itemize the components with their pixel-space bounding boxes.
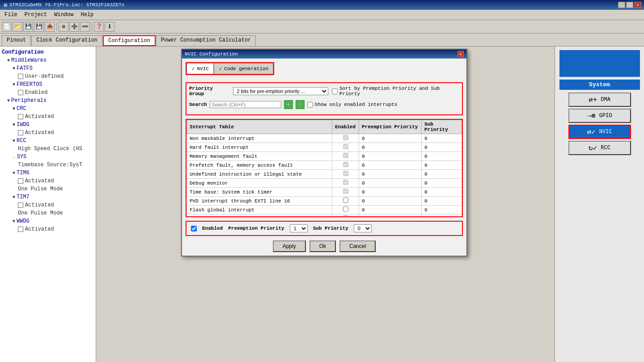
interrupt-enabled-checkbox[interactable] <box>343 144 348 149</box>
interrupt-enabled-cell[interactable] <box>332 161 359 170</box>
sidebar-item-wwdg-activated[interactable]: Activated <box>16 225 96 233</box>
toolbar-about[interactable]: ℹ <box>105 22 114 32</box>
sidebar-item-wwdg[interactable]: ▼WWDG <box>11 217 96 225</box>
sidebar-item-tim6[interactable]: ▼TIM6 <box>11 169 96 177</box>
interrupt-enabled-checkbox[interactable] <box>343 215 348 217</box>
right-panel: System ⇄+ DMA →⊛ GPIO ⇄✓ NVIC ↻✓ RCC <box>555 46 644 362</box>
interrupt-enabled-cell[interactable] <box>332 215 359 218</box>
expand-freertos-icon: ▼ <box>13 82 15 87</box>
table-row: RCC global interrupt00 <box>187 215 462 218</box>
interrupt-enabled-cell[interactable] <box>332 188 359 197</box>
sidebar-item-rcc[interactable]: ▼RCC <box>11 137 96 145</box>
cancel-button[interactable]: Cancel <box>339 240 376 252</box>
sidebar-item-fatfs[interactable]: ▼FATFS <box>11 64 96 72</box>
interrupt-enabled-checkbox[interactable] <box>343 162 348 167</box>
sidebar-item-freertos-enabled[interactable]: Enabled <box>16 88 96 97</box>
tab-configuration[interactable]: Configuration <box>103 35 156 46</box>
toolbar-new[interactable]: 📄 <box>2 22 12 32</box>
right-btn-dma[interactable]: ⇄+ DMA <box>568 93 631 107</box>
interrupt-enabled-checkbox[interactable] <box>343 198 348 203</box>
sidebar-item-tim7[interactable]: ▼TIM7 <box>11 193 96 201</box>
sidebar-section-configuration: Configuration <box>0 48 96 56</box>
interrupt-enabled-cell[interactable] <box>332 152 359 161</box>
sidebar-item-crc[interactable]: ▼CRC <box>11 105 96 113</box>
right-btn-gpio[interactable]: →⊛ GPIO <box>568 109 631 123</box>
freertos-enabled-checkbox[interactable] <box>18 90 23 95</box>
maximize-button[interactable]: □ <box>626 2 633 8</box>
sys-warning-icon: ⚠ <box>13 154 16 160</box>
interrupt-sub-cell: 0 <box>422 197 462 206</box>
menu-help[interactable]: Help <box>78 11 96 19</box>
toolbar-save[interactable]: 💾 <box>23 22 33 32</box>
interrupt-table: Interrupt Table Enabled Preemption Prior… <box>186 120 462 217</box>
sidebar-item-middlewares[interactable]: ▼MiddleWares <box>5 56 96 64</box>
bottom-preemption-select[interactable]: 1 0 2 3 <box>290 224 308 232</box>
sidebar-item-peripherals[interactable]: ▼Peripherals <box>5 97 96 105</box>
interrupt-enabled-checkbox[interactable] <box>343 171 348 176</box>
toolbar-generate[interactable]: ⚙ <box>59 22 68 32</box>
main-tabs: Pinout Clock Configuration Configuration… <box>0 34 644 46</box>
tim7-activated-checkbox[interactable] <box>18 202 23 208</box>
toolbar-add[interactable]: ➕ <box>69 22 79 32</box>
menu-window[interactable]: Window <box>51 11 76 19</box>
user-defined-checkbox[interactable] <box>18 74 23 79</box>
tab-pinout[interactable]: Pinout <box>2 35 31 46</box>
sidebar-item-sys[interactable]: ⚠SYS <box>11 153 96 161</box>
close-button[interactable]: ✕ <box>634 2 641 8</box>
interrupt-enabled-cell[interactable] <box>332 197 359 206</box>
iwdg-activated-checkbox[interactable] <box>18 130 23 135</box>
right-btn-nvic[interactable]: ⇄✓ NVIC <box>568 125 631 139</box>
tim6-activated-checkbox[interactable] <box>18 178 23 184</box>
priority-group-select[interactable]: 2 bits for pre-emption priority ... <box>233 87 328 95</box>
interrupt-enabled-cell[interactable] <box>332 143 359 152</box>
title-text: STM32CubeMX YS-F1Pro.ioc: STM32F103ZETx <box>9 2 124 8</box>
tab-clock[interactable]: Clock Configuration <box>31 35 102 46</box>
table-row: Debug monitor00 <box>187 179 462 188</box>
wwdg-activated-checkbox[interactable] <box>18 227 23 232</box>
expand-tim7-icon: ▼ <box>13 195 15 200</box>
interrupt-enabled-checkbox[interactable] <box>343 180 348 185</box>
interrupt-enabled-checkbox[interactable] <box>343 189 348 194</box>
search-up-button[interactable]: ↑ <box>296 100 305 109</box>
interrupt-enabled-cell[interactable] <box>332 170 359 179</box>
sort-checkbox[interactable] <box>332 88 338 94</box>
bottom-sub-select[interactable]: 0 1 2 3 <box>354 224 372 232</box>
interrupt-enabled-cell[interactable] <box>332 206 359 215</box>
toolbar-help[interactable]: ❓ <box>94 22 104 32</box>
interrupt-enabled-checkbox[interactable] <box>343 135 348 140</box>
toolbar-save-as[interactable]: 💾 <box>34 22 44 32</box>
sidebar-item-iwdg[interactable]: ▼IWDG <box>11 121 96 129</box>
toolbar-remove[interactable]: ➖ <box>80 22 90 32</box>
dialog-tab-codegen[interactable]: ✓ Code generation <box>214 63 273 74</box>
bottom-enabled-checkbox[interactable] <box>191 226 197 232</box>
apply-button[interactable]: Apply <box>273 240 306 252</box>
search-input[interactable] <box>210 101 281 108</box>
interrupt-sub-cell: 0 <box>422 152 462 161</box>
toolbar-open[interactable]: 📂 <box>13 22 22 32</box>
sidebar-item-freertos[interactable]: ▼FREERTOS <box>11 80 96 88</box>
dialog-close-button[interactable]: ✕ <box>458 51 464 57</box>
interrupt-enabled-cell[interactable] <box>332 134 359 143</box>
sidebar-item-tim6-activated[interactable]: Activated <box>16 177 96 185</box>
minimize-button[interactable]: _ <box>618 2 625 8</box>
search-add-button[interactable]: + <box>284 100 293 109</box>
right-btn-rcc[interactable]: ↻✓ RCC <box>568 141 631 155</box>
interrupt-enabled-checkbox[interactable] <box>343 153 348 158</box>
interrupt-preemption-cell: 0 <box>359 215 422 218</box>
sidebar-item-crc-activated[interactable]: Activated <box>16 113 96 121</box>
sidebar-item-tim7-activated[interactable]: Activated <box>16 201 96 209</box>
center-content: NVIC Configuration ✕ ✓ NVIC ✓ Code gener… <box>96 46 555 362</box>
ok-button[interactable]: Ok <box>309 240 336 252</box>
interrupt-enabled-cell[interactable] <box>332 179 359 188</box>
sidebar-item-iwdg-activated[interactable]: Activated <box>16 129 96 137</box>
dialog-bottom-bar: Enabled Preemption Priority 1 0 2 3 Sub … <box>186 221 463 236</box>
crc-activated-checkbox[interactable] <box>18 114 23 119</box>
sidebar-item-user-defined[interactable]: User-defined <box>16 72 96 80</box>
menu-file[interactable]: File <box>2 11 20 19</box>
dialog-tab-nvic[interactable]: ✓ NVIC <box>186 63 214 74</box>
show-enabled-checkbox[interactable] <box>307 102 313 108</box>
toolbar-export[interactable]: 📤 <box>45 22 55 32</box>
tab-power[interactable]: Power Consumption Calculator <box>156 35 256 46</box>
menu-project[interactable]: Project <box>22 11 50 19</box>
interrupt-enabled-checkbox[interactable] <box>343 206 348 212</box>
